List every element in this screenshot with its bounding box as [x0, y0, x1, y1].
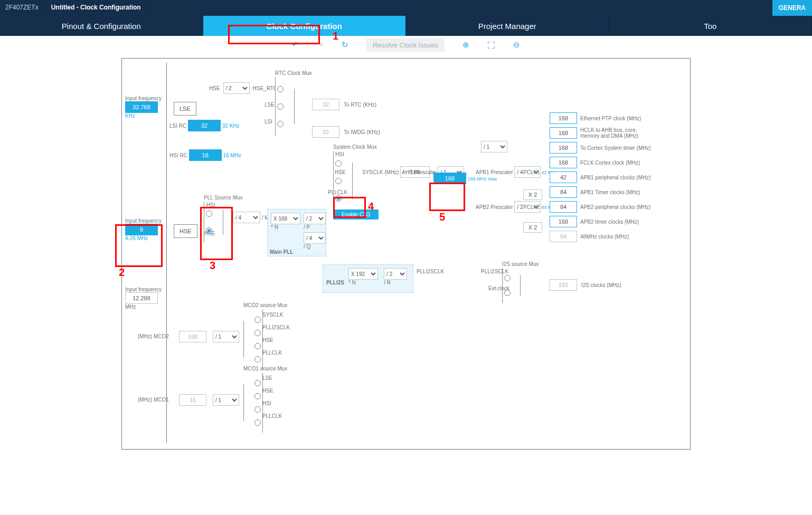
hse-freq-input[interactable]: 8 — [125, 224, 158, 235]
i2s-mux-ext-label: Ext.clock — [488, 285, 509, 291]
iwdg-label: To IWDG (KHz) — [344, 129, 380, 135]
rtc-mux-lse[interactable] — [277, 103, 284, 110]
i2s-mux-pll[interactable] — [504, 275, 511, 281]
hsi-rc-value: 16 — [189, 149, 222, 161]
sys-mux-hse-label: HSE — [335, 169, 346, 175]
zoom-out-icon[interactable]: ⊖ — [513, 40, 520, 50]
plli2s-n-select[interactable]: X 192 — [348, 268, 378, 280]
plli2s-title: PLLI2S — [326, 280, 344, 285]
sys-mux — [333, 151, 353, 211]
i2s-freq-input[interactable]: 12.288 — [125, 292, 158, 304]
redo-icon[interactable]: ↷ — [317, 40, 324, 50]
sys-mux-hsi[interactable] — [335, 160, 342, 167]
out-eth-lbl: Ethernet PTP clock (MHz) — [580, 116, 641, 121]
plln-sub: * N — [271, 224, 278, 230]
mco2-mux — [243, 309, 263, 369]
hse-rtc-div[interactable]: / 2 — [223, 82, 250, 94]
hse-rtc-label: HSE — [209, 85, 220, 91]
out-hclk-val: 168 — [550, 127, 577, 139]
mco2-div[interactable]: / 1 — [213, 331, 239, 342]
out-usb48-lbl: 48MHz clocks (MHz) — [580, 234, 629, 240]
sys-mux-pll[interactable] — [335, 195, 342, 202]
sys-mux-hse[interactable] — [335, 178, 342, 184]
tab-pinout[interactable]: Pinout & Configuration — [0, 16, 203, 36]
undo-icon[interactable]: ↶ — [292, 40, 299, 50]
mco2-sysclk[interactable] — [254, 317, 261, 323]
plli2s-n-sub: * N — [348, 280, 356, 285]
mco1-lse-label: LSE — [262, 375, 272, 381]
out-eth-val: 168 — [550, 112, 577, 124]
mco1-mux — [243, 373, 263, 433]
crumb-file[interactable]: Untitled - Clock Configuration — [46, 0, 149, 16]
pll-src-hsi-label: HSI — [206, 202, 215, 208]
tab-clock[interactable]: Clock Configuration — [203, 16, 407, 36]
tab-project[interactable]: Project Manager — [406, 16, 609, 36]
hsi-rc-label: HSI RC — [169, 152, 187, 158]
marker-4: 4 — [368, 201, 374, 213]
mco1-val: 16 — [179, 394, 206, 406]
plln-select[interactable]: X 168 — [271, 213, 300, 224]
plli2s: PLLI2S X 192 * N / 2 / R — [323, 264, 413, 293]
i2s-mux-pll-label: PLLI2SCLK — [481, 269, 508, 274]
i2s-out-lbl: I2S clocks (MHz) — [581, 282, 621, 288]
mco1-pll-label: PLLCLK — [262, 413, 282, 419]
rtc-mux-lse-label: LSE — [265, 102, 275, 108]
lse-freq-input[interactable]: 32.768 — [125, 101, 158, 113]
pll-src-hse-label: HSE — [204, 231, 215, 236]
tab-tools[interactable]: Too — [609, 16, 813, 36]
mco1-hse[interactable] — [254, 393, 261, 399]
pll-src-hsi[interactable] — [206, 211, 212, 217]
rtc-out-label: To RTC (KHz) — [344, 102, 376, 108]
pllq-select[interactable]: / 4 — [304, 232, 326, 244]
rtc-mux-lsi[interactable] — [277, 121, 284, 127]
clock-diagram: Input frequency 32.768 KHz LSE LSI RC 32… — [121, 58, 691, 450]
mco2-hse[interactable] — [254, 343, 261, 349]
resolve-button[interactable]: Resolve Clock Issues — [366, 39, 445, 52]
ahb-value[interactable]: 168 — [433, 173, 466, 184]
mco2-sysclk-label: SYSCLK — [262, 312, 283, 318]
sys-mux-pll-label: PLLCLK — [328, 189, 347, 195]
mco1-div[interactable]: / 1 — [213, 394, 239, 406]
rtc-mux-hse[interactable] — [277, 86, 284, 92]
mco2-hse-label: HSE — [262, 337, 273, 343]
pllp-select[interactable]: / 2 — [304, 213, 326, 224]
out-apb2t-lbl: APB2 timer clocks (MHz) — [580, 219, 639, 225]
rtc-out-val: 32 — [312, 99, 339, 110]
mco1-lse[interactable] — [254, 380, 261, 386]
crumb-chip[interactable]: 2F407ZETx — [0, 0, 47, 16]
out-usb48-val: 84 — [550, 231, 577, 242]
out-fclk-val: 168 — [550, 157, 577, 168]
plli2s-r-sub: / R — [384, 280, 391, 285]
mco2-val: 168 — [179, 331, 206, 342]
main-tabs: Pinout & Configuration Clock Configurati… — [0, 16, 812, 36]
rtc-mux-title: RTC Clock Mux — [275, 70, 312, 76]
mco2-plli2s[interactable] — [254, 330, 261, 336]
mco2-title: MCO2 source Mux — [243, 302, 287, 308]
marker-1: 1 — [333, 30, 338, 42]
mco2-pll[interactable] — [254, 356, 261, 363]
sysclk-label: SYSCLK (MHz) — [362, 169, 399, 175]
plli2s-r-select[interactable]: / 2 — [384, 268, 407, 280]
out-fclk-lbl: FCLK Cortex clock (MHz) — [580, 160, 640, 166]
zoom-in-icon[interactable]: ⊕ — [462, 40, 469, 50]
mco1-hsi[interactable] — [254, 406, 261, 413]
refresh-icon[interactable]: ↻ — [342, 40, 348, 50]
sys-mux-title: System Clock Mux — [333, 144, 377, 150]
mco2-label: (MHz) MCO2 — [138, 333, 169, 339]
cortex-div-select[interactable]: / 1 — [481, 141, 507, 152]
clock-toolbar: ↶ ↷ ↻ Resolve Clock Issues ⊕ ⛶ ⊖ — [0, 36, 812, 54]
generate-button[interactable]: GENERA — [772, 0, 812, 16]
out-systmr-val: 168 — [550, 142, 577, 154]
hse-freq-unit: 4-26 MHz — [125, 235, 148, 241]
plli2sclk-label: PLLI2SCLK — [417, 269, 444, 274]
zoom-fit-icon[interactable]: ⛶ — [487, 41, 495, 50]
main-pll: X 168 * N / 2 / P / 4 / Q Main PLL — [267, 209, 326, 256]
mco2-pll-label: PLLCLK — [262, 350, 282, 356]
osc-lse: LSE — [174, 102, 196, 116]
mco1-pll[interactable] — [254, 419, 261, 426]
lsi-rc-label: LSI RC — [169, 123, 186, 129]
breadcrumb: 2F407ZETx Untitled - Clock Configuration… — [0, 0, 812, 16]
mco2-plli2s-label: PLLI2SCLK — [262, 325, 290, 330]
pllm-select[interactable]: / 4 — [233, 212, 260, 223]
out-apb2p-val: 84 — [550, 201, 577, 213]
